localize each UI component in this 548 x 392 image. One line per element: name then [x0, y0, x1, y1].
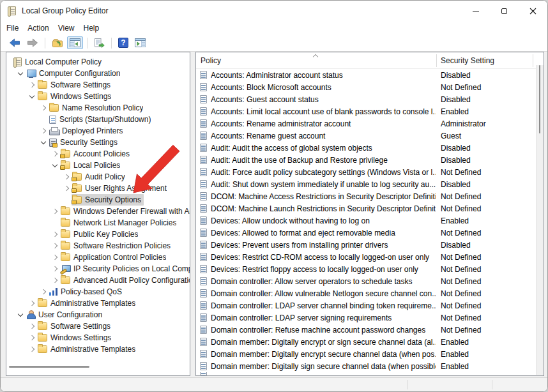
tree-expander-icon[interactable] [38, 287, 49, 297]
tree-expander-icon[interactable] [50, 275, 60, 285]
policy-row[interactable]: Devices: Restrict CD-ROM access to local… [196, 251, 536, 263]
tree-expander-icon[interactable] [50, 206, 60, 216]
tree-item-body[interactable]: Advanced Audit Policy Configuration [60, 275, 190, 286]
policy-row[interactable]: Domain member: Digitally encrypt secure … [196, 348, 536, 360]
show-console-tree-button[interactable] [67, 36, 83, 49]
tree-expander-icon[interactable] [61, 183, 72, 193]
policy-row[interactable]: Accounts: Administrator account status D… [196, 69, 536, 81]
tree-item-body[interactable]: Audit Policy [72, 171, 128, 183]
tree-item[interactable]: Software Restriction Policies [6, 240, 190, 252]
tree-expander-icon[interactable] [50, 229, 60, 239]
tree-item[interactable]: Account Policies [6, 148, 190, 160]
tree-expander-icon[interactable] [50, 241, 60, 251]
tree-item[interactable]: IP Security Policies on Local Comput [6, 263, 190, 275]
tree-expander-icon[interactable] [27, 333, 37, 343]
tree-item-body[interactable]: Security Options [72, 194, 144, 206]
tree-item-body[interactable]: Software Settings [37, 320, 113, 332]
tree-item-body[interactable]: Windows Settings [37, 91, 114, 102]
tree-expander-icon[interactable] [50, 252, 60, 262]
menu-item[interactable]: Help [79, 22, 104, 34]
tree-item-body[interactable]: Policy-based QoS [49, 286, 125, 298]
tree-item-body[interactable]: Name Resolution Policy [49, 102, 146, 114]
close-button[interactable] [519, 1, 547, 21]
tree-item[interactable]: User Rights Assignment [6, 183, 190, 194]
tree-item[interactable]: Windows Settings [6, 91, 190, 102]
show-action-pane-button[interactable] [132, 36, 148, 49]
tree-item[interactable]: Computer Configuration [6, 68, 190, 79]
forward-button[interactable] [24, 36, 41, 49]
menu-item[interactable]: Action [23, 22, 53, 34]
tree-item-body[interactable]: Computer Configuration [26, 68, 123, 79]
tree-item[interactable]: Public Key Policies [6, 229, 190, 240]
tree-item-body[interactable]: IP Security Policies on Local Comput [60, 263, 190, 275]
policy-row[interactable]: DCOM: Machine Access Restrictions in Sec… [196, 190, 536, 202]
tree-item-body[interactable]: Deployed Printers [49, 125, 125, 137]
up-one-level-button[interactable] [49, 36, 66, 50]
policy-row[interactable]: Accounts: Rename administrator account A… [196, 117, 536, 130]
policy-row[interactable]: Audit: Force audit policy subcategory se… [196, 166, 536, 178]
policy-row[interactable]: Audit: Audit the use of Backup and Resto… [196, 154, 536, 166]
list-vertical-scrollbar[interactable] [536, 65, 544, 375]
tree-item[interactable]: Software Settings [6, 320, 190, 332]
policy-row[interactable]: Accounts: Limit local account use of bla… [196, 105, 536, 117]
tree-item-body[interactable]: Windows Settings [37, 332, 114, 343]
tree-item[interactable]: Security Settings [6, 137, 190, 148]
policy-row[interactable]: Audit: Shut down system immediately if u… [196, 178, 536, 190]
tree-item[interactable]: Deployed Printers [6, 125, 190, 137]
policy-row[interactable]: Domain member: Digitally sign secure cha… [196, 360, 536, 372]
maximize-button[interactable] [490, 1, 519, 21]
menu-item[interactable]: File [2, 22, 23, 34]
tree-expander-icon[interactable] [50, 264, 60, 274]
tree-expander-icon[interactable] [27, 321, 37, 331]
tree-item-body[interactable]: Public Key Policies [60, 229, 141, 240]
tree-item-body[interactable]: Application Control Policies [60, 252, 169, 263]
export-list-button[interactable] [91, 36, 107, 50]
tree-expander-icon[interactable] [61, 172, 72, 182]
tree-item[interactable]: User Configuration [6, 309, 190, 320]
policy-row[interactable]: Accounts: Rename guest account Guest [196, 130, 536, 142]
minimize-button[interactable] [461, 1, 490, 21]
policy-row[interactable]: Audit: Audit the access of global system… [196, 142, 536, 154]
policy-row[interactable]: Devices: Allow undock without having to … [196, 215, 536, 227]
tree-item-body[interactable]: Administrative Templates [37, 343, 138, 355]
tree-item-body[interactable]: Software Restriction Policies [60, 240, 173, 252]
tree-expander-icon[interactable] [38, 103, 49, 113]
tree-expander-icon[interactable] [27, 91, 37, 102]
policy-row[interactable]: Domain controller: Allow server operator… [196, 275, 536, 287]
tree-expander-icon[interactable] [27, 298, 37, 308]
tree-item[interactable]: Audit Policy [6, 171, 190, 183]
tree-item[interactable]: Local Policies [6, 160, 190, 171]
tree-expander-icon[interactable] [15, 310, 26, 320]
policy-row[interactable]: Domain controller: Refuse machine accoun… [196, 324, 536, 336]
tree-item[interactable]: Windows Settings [6, 332, 190, 343]
menu-item[interactable]: View [54, 22, 79, 34]
tree-item[interactable]: Windows Defender Firewall with Adv [6, 206, 190, 217]
tree-item[interactable]: Administrative Templates [6, 298, 190, 309]
policy-row[interactable]: Devices: Prevent users from installing p… [196, 239, 536, 251]
tree-item[interactable]: Policy-based QoS [6, 286, 190, 298]
tree-expander-icon[interactable] [27, 344, 37, 354]
policy-row[interactable]: Domain controller: Allow vulnerable Netl… [196, 287, 536, 299]
policy-row[interactable]: DCOM: Machine Launch Restrictions in Sec… [196, 202, 536, 215]
tree-expander-icon[interactable] [50, 160, 60, 170]
tree-expander-icon[interactable] [15, 68, 26, 79]
tree-item[interactable]: Local Computer Policy [6, 56, 190, 68]
policy-row[interactable]: Devices: Restrict floppy access to local… [196, 263, 536, 275]
tree-item[interactable]: Software Settings [6, 79, 190, 91]
tree-item-body[interactable]: Administrative Templates [37, 298, 138, 309]
tree-item-body[interactable]: Account Policies [60, 148, 132, 160]
policy-row[interactable]: Domain member: Digitally encrypt or sign… [196, 336, 536, 348]
tree-item-body[interactable]: Windows Defender Firewall with Adv [60, 206, 190, 217]
tree-item-body[interactable]: Software Settings [37, 79, 113, 91]
tree-item[interactable]: Administrative Templates [6, 343, 190, 355]
tree-expander-icon[interactable] [50, 149, 60, 159]
tree-item-body[interactable]: User Rights Assignment [72, 183, 169, 194]
policy-row[interactable]: Domain controller: LDAP server channel b… [196, 299, 536, 312]
tree-item-body[interactable]: Local Policies [60, 160, 123, 171]
tree-item[interactable]: Network List Manager Policies [6, 217, 190, 229]
tree-item-body[interactable]: User Configuration [26, 309, 105, 320]
back-button[interactable] [6, 36, 23, 49]
policy-row[interactable]: Devices: Allowed to format and eject rem… [196, 227, 536, 239]
tree-item-body[interactable]: Security Settings [49, 137, 120, 148]
help-button[interactable]: ? [116, 36, 131, 50]
